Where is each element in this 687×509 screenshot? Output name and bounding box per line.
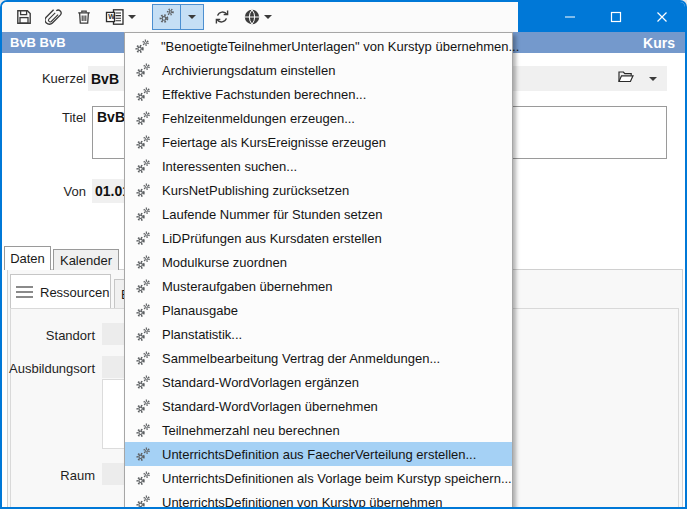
minimize-button[interactable] — [547, 2, 593, 32]
tools-menu: "BenoetigteTeilnehmerUnterlagen" von Kur… — [124, 32, 513, 509]
menu-item-label: Effektive Fachstunden berechnen... — [162, 87, 366, 102]
record-title: BvB BvB — [10, 35, 66, 50]
toolbar: W — [2, 2, 518, 32]
word-document-icon: W — [105, 8, 125, 26]
save-icon — [15, 8, 33, 26]
gears-icon — [134, 206, 151, 223]
maximize-button[interactable] — [593, 2, 639, 32]
word-export-dropdown-arrow — [128, 15, 136, 19]
menu-item[interactable]: Teilnehmerzahl neu berechnen — [125, 418, 512, 442]
standort-label: Standort — [2, 328, 95, 343]
web-button[interactable] — [238, 4, 280, 30]
word-export-button[interactable]: W — [100, 4, 144, 30]
gears-icon — [134, 374, 151, 391]
menu-item[interactable]: Standard-WordVorlagen ergänzen — [125, 370, 512, 394]
gears-icon — [134, 230, 151, 247]
menu-item[interactable]: LiDPrüfungen aus Kursdaten erstellen — [125, 226, 512, 250]
menu-item[interactable]: Feiertage als KursEreignisse erzeugen — [125, 130, 512, 154]
menu-item[interactable]: Interessenten suchen... — [125, 154, 512, 178]
menu-item[interactable]: "BenoetigteTeilnehmerUnterlagen" von Kur… — [125, 34, 512, 58]
delete-button[interactable] — [70, 4, 98, 30]
menu-item-label: Interessenten suchen... — [162, 159, 297, 174]
attachments-button[interactable] — [40, 4, 68, 30]
paperclip-icon — [45, 8, 63, 26]
menu-item[interactable]: Standard-WordVorlagen übernehmen — [125, 394, 512, 418]
refresh-icon — [213, 8, 231, 26]
von-label: Von — [2, 184, 86, 199]
menu-item[interactable]: KursNetPublishing zurücksetzen — [125, 178, 512, 202]
menu-item-label: Archivierungsdatum einstellen — [162, 63, 335, 78]
menu-item-label: UnterrichtsDefinitionen als Vorlage beim… — [162, 471, 512, 486]
menu-item[interactable]: Fehlzeitenmeldungen erzeugen... — [125, 106, 512, 130]
kuerzel-dropdown-arrow[interactable] — [649, 77, 657, 81]
svg-text:W: W — [108, 13, 115, 20]
menu-item-label: Planausgabe — [162, 303, 238, 318]
menu-item-label: Sammelbearbeitung Vertrag der Anmeldunge… — [162, 351, 440, 366]
menu-item-label: Laufende Nummer für Stunden setzen — [162, 207, 382, 222]
menu-item[interactable]: Planausgabe — [125, 298, 512, 322]
menu-item-label: Planstatistik... — [162, 327, 242, 342]
menu-item-label: Fehlzeitenmeldungen erzeugen... — [162, 111, 355, 126]
tools-button-group — [152, 4, 204, 30]
gears-icon — [134, 302, 151, 319]
tab-ressourcen-label: Ressourcen — [40, 285, 109, 300]
menu-item[interactable]: Modulkurse zuordnen — [125, 250, 512, 274]
save-button[interactable] — [10, 4, 38, 30]
menu-item-label: Standard-WordVorlagen übernehmen — [162, 399, 378, 414]
gears-icon — [158, 7, 175, 28]
menu-item-label: UnterrichtsDefinitionen von Kurstyp über… — [162, 495, 442, 509]
menu-item[interactable]: Sammelbearbeitung Vertrag der Anmeldunge… — [125, 346, 512, 370]
globe-icon — [243, 8, 261, 26]
hamburger-icon — [16, 286, 33, 298]
menu-item-label: Musteraufgaben übernehmen — [162, 279, 333, 294]
tab-ressourcen[interactable]: Ressourcen — [10, 274, 111, 309]
menu-item-label: Standard-WordVorlagen ergänzen — [162, 375, 359, 390]
gears-icon — [134, 446, 151, 463]
menu-item-label: "BenoetigteTeilnehmerUnterlagen" von Kur… — [161, 39, 519, 54]
menu-item-label: LiDPrüfungen aus Kursdaten erstellen — [162, 231, 382, 246]
close-button[interactable] — [639, 2, 685, 32]
titel-label: Titel — [2, 110, 86, 125]
gears-icon — [134, 254, 151, 271]
gears-icon — [134, 422, 151, 439]
tab-daten[interactable]: Daten — [4, 246, 51, 270]
menu-item-label: Feiertage als KursEreignisse erzeugen — [162, 135, 386, 150]
gears-icon — [134, 86, 151, 103]
menu-item-label: Modulkurse zuordnen — [162, 255, 287, 270]
ausbildungsort-label: Ausbildungsort — [2, 361, 95, 376]
tools-dropdown-button[interactable] — [180, 5, 203, 29]
menu-item[interactable]: Laufende Nummer für Stunden setzen — [125, 202, 512, 226]
gears-icon — [134, 134, 151, 151]
open-folder-button[interactable] — [611, 69, 641, 88]
gears-icon — [134, 350, 151, 367]
refresh-button[interactable] — [208, 4, 236, 30]
menu-item-label: UnterrichtsDefinition aus FaecherVerteil… — [162, 447, 476, 462]
gears-icon — [134, 326, 151, 343]
tools-dropdown-arrow — [188, 15, 196, 19]
folder-open-icon — [617, 69, 635, 88]
gears-icon — [134, 398, 151, 415]
menu-item[interactable]: Effektive Fachstunden berechnen... — [125, 82, 512, 106]
record-context-label: Kurs — [643, 35, 675, 51]
gears-icon — [134, 38, 150, 55]
gears-icon — [134, 110, 151, 127]
application-window: W — [0, 0, 687, 509]
menu-item[interactable]: UnterrichtsDefinitionen von Kurstyp über… — [125, 490, 512, 509]
caption-bar — [518, 2, 685, 32]
gears-icon — [134, 182, 151, 199]
gears-icon — [134, 278, 151, 295]
tools-button[interactable] — [153, 5, 180, 29]
tab-kalender[interactable]: Kalender — [53, 249, 119, 270]
menu-item[interactable]: Planstatistik... — [125, 322, 512, 346]
top-strip: W — [2, 2, 685, 32]
gears-icon — [134, 158, 151, 175]
menu-item[interactable]: UnterrichtsDefinitionen als Vorlage beim… — [125, 466, 512, 490]
gears-icon — [134, 494, 151, 509]
web-dropdown-arrow — [264, 15, 272, 19]
menu-item[interactable]: Archivierungsdatum einstellen — [125, 58, 512, 82]
menu-item[interactable]: Musteraufgaben übernehmen — [125, 274, 512, 298]
kuerzel-label: Kuerzel — [2, 71, 86, 86]
menu-item-label: KursNetPublishing zurücksetzen — [162, 183, 349, 198]
menu-item[interactable]: UnterrichtsDefinition aus FaecherVerteil… — [125, 442, 512, 466]
menu-item-label: Teilnehmerzahl neu berechnen — [162, 423, 340, 438]
